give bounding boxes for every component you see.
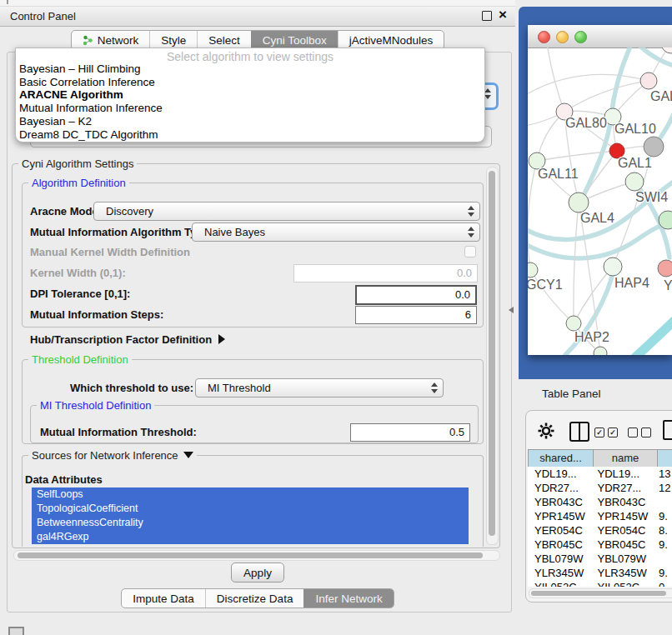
select-all-checkbox-icon[interactable]: ✓: [594, 428, 604, 438]
table-cell: YLR345W: [590, 566, 653, 580]
mi-algorithm-type-combo[interactable]: Naive Bayes: [192, 222, 480, 242]
node-label: Y: [664, 278, 672, 292]
zoom-traffic-light[interactable]: [574, 31, 587, 43]
network-node-hap4[interactable]: [604, 258, 622, 276]
table-cell: YPR145W: [528, 509, 590, 523]
network-node[interactable]: [644, 137, 664, 157]
tab-impute-data[interactable]: Impute Data: [122, 589, 205, 608]
network-node-y[interactable]: [658, 260, 672, 277]
which-threshold-label: Which threshold to use:: [70, 382, 193, 394]
settings-vertical-scrollbar[interactable]: [486, 167, 499, 545]
table-column-header[interactable]: name: [593, 450, 658, 467]
network-icon: [83, 35, 93, 46]
tab-cyni-toolbox[interactable]: Cyni Toolbox: [251, 31, 338, 49]
network-node-gal[interactable]: [640, 72, 657, 89]
scroll-thumb[interactable]: [489, 171, 495, 536]
table-column-header[interactable]: A: [657, 450, 672, 467]
tab-infer-network[interactable]: Infer Network: [303, 589, 393, 608]
table-row[interactable]: YPR145WYPR145W9.: [528, 509, 672, 523]
algorithm-definition-legend: Algorithm Definition: [28, 177, 129, 189]
hub-definition-expander[interactable]: Hub/Transcription Factor Definition: [30, 333, 225, 346]
select-all-checkbox-icon[interactable]: ✓: [608, 428, 618, 438]
network-node[interactable]: [661, 48, 672, 53]
dropdown-item[interactable]: Mutual Information Inference: [16, 102, 484, 115]
table-row[interactable]: YDR27...YDR27...12: [528, 481, 672, 495]
attribute-list-item[interactable]: BetweennessCentrality: [32, 516, 469, 530]
table-row[interactable]: YBR043CYBR043C: [528, 495, 672, 509]
network-node-swi4[interactable]: [625, 172, 644, 191]
float-window-icon[interactable]: [482, 11, 492, 21]
network-node[interactable]: [594, 347, 607, 355]
minimize-traffic-light[interactable]: [556, 31, 569, 43]
network-node-hap2[interactable]: [566, 316, 581, 331]
attribute-list-item[interactable]: SelfLoops: [32, 488, 469, 502]
combo-stepper-icon: [468, 206, 474, 217]
tab-discretize-data[interactable]: Discretize Data: [205, 589, 304, 608]
tab-label: Infer Network: [315, 592, 382, 605]
attribute-list-item[interactable]: gal4RGexp: [32, 530, 469, 544]
dropdown-item[interactable]: Bayesian – K2: [16, 115, 484, 128]
table-cell: YBR043C: [528, 495, 590, 509]
close-traffic-light[interactable]: [538, 31, 550, 43]
table-row[interactable]: YIL052CYIL052C0.: [528, 580, 672, 587]
table-horizontal-scrollbar[interactable]: [529, 588, 672, 598]
table-row[interactable]: YDL19...YDL19...13: [528, 467, 672, 481]
mi-steps-input[interactable]: 6: [355, 306, 477, 324]
table-row[interactable]: YLR345WYLR345W9.: [528, 566, 672, 580]
data-attributes-label: Data Attributes: [25, 473, 103, 486]
gear-icon[interactable]: [538, 422, 554, 439]
table-cell: YER054C: [528, 523, 590, 538]
tab-label: Style: [161, 34, 186, 47]
export-table-icon[interactable]: [663, 420, 672, 440]
deselect-all-checkbox-icon[interactable]: [628, 428, 638, 438]
attribute-list-item[interactable]: TopologicalCoefficient: [32, 502, 469, 516]
dpi-tolerance-input[interactable]: 0.0: [355, 285, 477, 305]
tab-select[interactable]: Select: [197, 31, 251, 49]
network-canvas: GALGAL80GAL10GAL1GAL11SWI4GAL4GCY1HAP4YH…: [528, 48, 672, 355]
apply-button[interactable]: Apply: [231, 562, 284, 582]
table-cell: YBR045C: [590, 538, 653, 552]
table-cell: YBR045C: [528, 538, 590, 552]
table-panel: ✓ ✓ shared...nameA YDL19...YDL19...13YDR…: [525, 410, 672, 602]
kernel-width-input[interactable]: 0.0: [293, 264, 478, 282]
scroll-thumb[interactable]: [531, 591, 666, 596]
tab-jactivemnodules[interactable]: jActiveMNodules: [338, 31, 444, 49]
hub-definition-label: Hub/Transcription Factor Definition: [30, 333, 212, 346]
deselect-all-checkbox-icon[interactable]: [641, 428, 651, 438]
show-columns-icon[interactable]: [569, 422, 589, 442]
table-row[interactable]: YBR045CYBR045C9.: [528, 538, 672, 552]
dock-handle-box[interactable]: [8, 627, 24, 635]
table-row[interactable]: YBL079WYBL079W: [528, 552, 672, 566]
network-window-titlebar[interactable]: [528, 25, 672, 48]
splitter-handle[interactable]: [509, 307, 514, 313]
network-node-gcy1[interactable]: [528, 262, 538, 278]
scroll-thumb[interactable]: [18, 552, 483, 558]
tab-network[interactable]: Network: [72, 31, 150, 49]
aracne-mode-combo[interactable]: Discovery: [93, 202, 480, 221]
table-cell: YER054C: [590, 523, 653, 538]
table-row[interactable]: YER054CYER054C8.: [528, 523, 672, 538]
dropdown-item[interactable]: ARACNE Algorithm: [16, 88, 484, 102]
tab-style[interactable]: Style: [149, 31, 197, 49]
tab-label: Impute Data: [133, 592, 194, 605]
table-cell: YBL079W: [590, 552, 653, 566]
which-threshold-combo[interactable]: MI Threshold: [195, 378, 444, 398]
table-cell: YDR27...: [528, 481, 590, 495]
table-cell: YPR145W: [590, 509, 653, 523]
table-cell: YDR27...: [590, 481, 653, 495]
dropdown-item[interactable]: Basic Correlation Inference: [16, 76, 484, 89]
mi-threshold-input[interactable]: 0.5: [350, 423, 470, 442]
dropdown-item[interactable]: Dream8 DC_TDC Algorithm: [16, 128, 484, 142]
network-node-gal4[interactable]: [569, 192, 589, 212]
sources-collapse-header[interactable]: Sources for Network Inference: [28, 449, 197, 462]
node-label: GAL4: [580, 211, 614, 225]
network-edge: [564, 81, 649, 112]
which-threshold-value: MI Threshold: [208, 382, 271, 394]
close-icon[interactable]: ×: [499, 7, 507, 23]
manual-kernel-width-checkbox[interactable]: [464, 246, 476, 258]
settings-horizontal-scrollbar[interactable]: [13, 550, 500, 561]
dropdown-item[interactable]: Bayesian – Hill Climbing: [16, 62, 484, 76]
node-label: HAP2: [574, 330, 609, 344]
aracne-mode-label: Aracne Mode:: [30, 205, 102, 218]
table-column-header[interactable]: shared...: [528, 450, 594, 467]
